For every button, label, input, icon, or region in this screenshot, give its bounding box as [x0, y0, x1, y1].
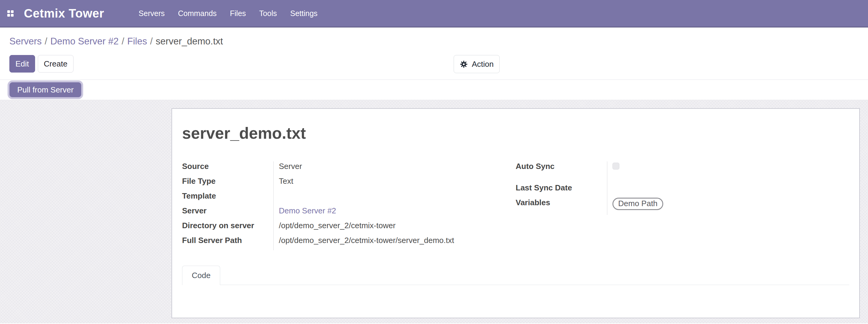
breadcrumb-separator: /: [122, 36, 124, 46]
edit-button[interactable]: Edit: [9, 55, 35, 72]
action-button-label: Action: [472, 60, 494, 69]
server-link[interactable]: Demo Server #2: [279, 206, 336, 215]
variable-tag-demo-path: Demo Path: [613, 198, 663, 210]
field-value-auto-sync: [607, 161, 849, 183]
notebook-tabs: Code: [182, 266, 849, 285]
field-group-1: SourceServerFile TypeTextTemplateServerD…: [182, 161, 516, 250]
record-title: server_demo.txt: [182, 123, 849, 143]
field-label-server: Server: [182, 206, 273, 221]
menu-item-files[interactable]: Files: [229, 7, 247, 20]
field-label-variables: Variables: [516, 198, 607, 215]
apps-grid-icon[interactable]: [7, 10, 14, 17]
apps-grid-square: [7, 14, 10, 17]
breadcrumb-link-servers[interactable]: Servers: [9, 36, 42, 46]
field-label-full-server-path: Full Server Path: [182, 235, 273, 250]
field-label-file-type: File Type: [182, 176, 273, 191]
control-panel: Servers/Demo Server #2/Files/server_demo…: [0, 28, 868, 79]
field-label-auto-sync: Auto Sync: [516, 161, 607, 183]
breadcrumb-separator: /: [45, 36, 48, 46]
code-tab-pane: [182, 285, 849, 315]
field-value-directory-on-server: /opt/demo_server_2/cetmix-tower: [273, 221, 516, 235]
field-label-source: Source: [182, 161, 273, 176]
field-group-2: Auto SyncLast Sync DateVariablesDemo Pat…: [516, 161, 849, 250]
field-value-server: Demo Server #2: [273, 206, 516, 221]
field-groups: SourceServerFile TypeTextTemplateServerD…: [182, 161, 849, 250]
field-label-last-sync-date: Last Sync Date: [516, 183, 607, 198]
field-value-file-type: Text: [273, 176, 516, 191]
breadcrumb-separator: /: [150, 36, 153, 46]
field-value-variables: Demo Path: [607, 198, 849, 215]
field-value-source: Server: [273, 161, 516, 176]
gear-icon: [460, 60, 468, 68]
menu-item-settings[interactable]: Settings: [289, 7, 318, 20]
field-label-directory-on-server: Directory on server: [182, 221, 273, 235]
button-row: Edit Create: [9, 55, 868, 72]
form-sheet: server_demo.txt SourceServerFile TypeTex…: [172, 108, 860, 318]
app-brand[interactable]: Cetmix Tower: [24, 7, 104, 20]
auto-sync-checkbox[interactable]: [613, 163, 619, 169]
navbar-menu: ServersCommandsFilesToolsSettings: [138, 7, 318, 20]
field-label-template: Template: [182, 191, 273, 206]
field-value-last-sync-date: [607, 183, 849, 198]
breadcrumb-current: server_demo.txt: [156, 36, 223, 46]
menu-item-tools[interactable]: Tools: [258, 7, 277, 20]
apps-grid-square: [11, 14, 13, 17]
apps-grid-square: [7, 10, 10, 13]
menu-item-servers[interactable]: Servers: [138, 7, 165, 20]
content-background: server_demo.txt SourceServerFile TypeTex…: [0, 100, 868, 323]
breadcrumb-link-demo-server-2[interactable]: Demo Server #2: [50, 36, 119, 46]
breadcrumb-link-files[interactable]: Files: [127, 36, 147, 46]
create-button[interactable]: Create: [38, 55, 73, 72]
field-value-full-server-path: /opt/demo_server_2/cetmix-tower/server_d…: [273, 235, 516, 250]
notebook: Code: [182, 266, 849, 315]
apps-grid-square: [11, 10, 13, 13]
field-value-template: [273, 191, 516, 206]
menu-item-commands[interactable]: Commands: [177, 7, 217, 20]
tab-code[interactable]: Code: [182, 266, 220, 285]
top-navbar: Cetmix Tower ServersCommandsFilesToolsSe…: [0, 0, 868, 28]
action-button[interactable]: Action: [454, 55, 500, 73]
form-statusbar: Pull from Server: [0, 79, 868, 100]
breadcrumb: Servers/Demo Server #2/Files/server_demo…: [9, 35, 868, 47]
pull-from-server-button[interactable]: Pull from Server: [9, 82, 81, 97]
